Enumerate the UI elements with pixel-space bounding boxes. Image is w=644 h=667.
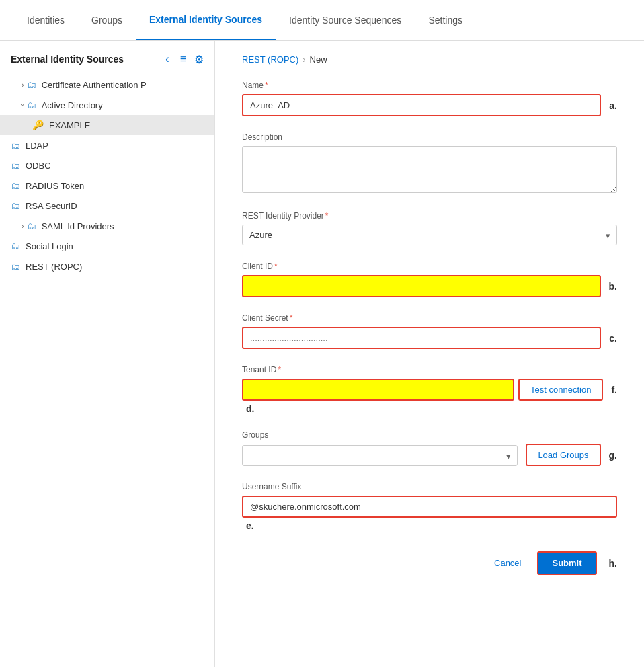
name-required: * [265, 81, 268, 90]
description-field-group: Description [242, 132, 617, 195]
cancel-button[interactable]: Cancel [486, 553, 529, 574]
sidebar-item-odbc[interactable]: 🗂 ODBC [0, 155, 214, 175]
load-groups-group: Load Groups g. [526, 444, 617, 466]
client-secret-required: * [290, 313, 293, 323]
test-connection-group: Test connection f. [518, 379, 617, 401]
groups-select[interactable] [242, 445, 518, 466]
top-nav: Identities Groups External Identity Sour… [0, 0, 644, 40]
test-connection-button[interactable]: Test connection [518, 379, 603, 401]
form-actions: Cancel Submit h. [242, 551, 617, 575]
sidebar-item-saml[interactable]: › 🗂 SAML Id Providers [0, 216, 214, 236]
username-suffix-input-wrap [242, 496, 617, 518]
breadcrumb-current: New [310, 54, 327, 65]
tenant-id-input-wrap [242, 379, 514, 401]
client-id-annotation: b. [609, 281, 617, 292]
client-secret-field-group: Client Secret* c. [242, 313, 617, 349]
username-suffix-annotation: e. [246, 520, 254, 531]
folder-icon-rest: 🗂 [11, 261, 20, 272]
tenant-id-field-group: Tenant ID* Test connection f. d. [242, 365, 617, 414]
username-suffix-input[interactable] [242, 496, 617, 518]
sidebar-item-saml-label: SAML Id Providers [42, 221, 114, 231]
sidebar-item-social-label: Social Login [26, 241, 73, 251]
tenant-id-label: Tenant ID* [242, 365, 617, 375]
description-label: Description [242, 132, 617, 142]
groups-field-group: Groups ▾ Load Groups g. [242, 430, 617, 466]
sidebar-item-cert-auth-label: Certificate Authentication P [42, 80, 147, 90]
client-id-input-wrap [242, 275, 601, 297]
example-icon: 🔑 [32, 120, 44, 130]
tab-groups[interactable]: Groups [78, 0, 136, 40]
tab-identity-source-sequences[interactable]: Identity Source Sequences [276, 0, 415, 40]
sidebar-item-rsa-label: RSA SecurID [26, 201, 77, 211]
load-groups-button[interactable]: Load Groups [526, 444, 600, 466]
submit-annotation: h. [609, 558, 617, 569]
sidebar-item-rest[interactable]: 🗂 REST (ROPC) [0, 256, 214, 276]
sidebar-item-example-label: EXAMPLE [49, 120, 90, 130]
client-id-field-group: Client ID* b. [242, 262, 617, 297]
provider-select-wrap: Azure Okta Custom ▾ [242, 225, 617, 245]
sidebar-item-odbc-label: ODBC [26, 161, 51, 171]
sidebar-item-social[interactable]: 🗂 Social Login [0, 236, 214, 256]
description-textarea[interactable] [242, 146, 617, 193]
tab-external-identity-sources[interactable]: External Identity Sources [136, 0, 276, 40]
sidebar-item-example[interactable]: 🔑 EXAMPLE [0, 115, 214, 135]
sidebar-gear-icon[interactable]: ⚙ [194, 53, 204, 66]
client-secret-input[interactable] [242, 327, 601, 349]
client-id-input[interactable] [242, 275, 601, 297]
main-layout: External Identity Sources ‹ ≡ ⚙ › 🗂 Cert… [0, 41, 644, 667]
client-secret-row: c. [242, 327, 617, 349]
client-id-required: * [274, 262, 278, 271]
submit-button[interactable]: Submit [537, 551, 596, 575]
test-connection-annotation: f. [611, 385, 617, 395]
name-row: a. [242, 94, 617, 116]
tab-settings[interactable]: Settings [415, 0, 476, 40]
folder-icon-saml: 🗂 [27, 221, 36, 231]
sidebar-item-cert-auth[interactable]: › 🗂 Certificate Authentication P [0, 75, 214, 95]
username-suffix-label: Username Suffix [242, 482, 617, 492]
sidebar-back-button[interactable]: ‹ [163, 52, 171, 67]
provider-select[interactable]: Azure Okta Custom [242, 225, 617, 245]
content-area: REST (ROPC) › New Name* a. Description [215, 41, 644, 667]
folder-icon-ad: 🗂 [27, 100, 36, 110]
sidebar-list-button[interactable]: ≡ [177, 52, 189, 67]
username-suffix-row [242, 496, 617, 518]
sidebar-item-active-directory[interactable]: › 🗂 Active Directory [0, 95, 214, 115]
provider-label: REST Identity Provider* [242, 211, 617, 221]
breadcrumb-separator: › [303, 54, 305, 65]
tenant-id-row: Test connection f. [242, 379, 617, 401]
sidebar-item-ldap[interactable]: 🗂 LDAP [0, 135, 214, 155]
folder-icon-social: 🗂 [11, 241, 20, 251]
groups-row: ▾ Load Groups g. [242, 444, 617, 466]
sidebar-item-radius-label: RADIUS Token [26, 181, 84, 191]
folder-icon-ldap: 🗂 [11, 140, 20, 151]
breadcrumb: REST (ROPC) › New [242, 54, 617, 65]
sidebar-controls: ‹ ≡ ⚙ [163, 52, 204, 67]
tab-identities[interactable]: Identities [13, 0, 78, 40]
sidebar-item-radius[interactable]: 🗂 RADIUS Token [0, 175, 214, 196]
load-groups-annotation: g. [609, 450, 617, 461]
name-input[interactable] [242, 94, 601, 116]
folder-icon: 🗂 [27, 79, 36, 90]
sidebar-item-rest-label: REST (ROPC) [26, 262, 82, 272]
expand-icon: › [22, 81, 24, 89]
provider-field-group: REST Identity Provider* Azure Okta Custo… [242, 211, 617, 245]
tenant-id-required: * [278, 365, 281, 375]
client-secret-label: Client Secret* [242, 313, 617, 323]
name-label: Name* [242, 81, 617, 90]
folder-icon-radius: 🗂 [11, 180, 20, 191]
tenant-id-annotation: d. [246, 403, 254, 414]
client-id-label: Client ID* [242, 262, 617, 271]
name-input-wrap [242, 94, 601, 116]
sidebar: External Identity Sources ‹ ≡ ⚙ › 🗂 Cert… [0, 41, 215, 667]
client-secret-annotation: c. [609, 333, 617, 344]
folder-icon-odbc: 🗂 [11, 160, 20, 171]
provider-required: * [325, 211, 329, 221]
sidebar-item-rsa[interactable]: 🗂 RSA SecurID [0, 196, 214, 216]
client-id-row: b. [242, 275, 617, 297]
tenant-id-input[interactable] [242, 379, 514, 401]
client-secret-input-wrap [242, 327, 601, 349]
username-suffix-field-group: Username Suffix e. [242, 482, 617, 531]
breadcrumb-parent[interactable]: REST (ROPC) [242, 54, 298, 65]
groups-label: Groups [242, 430, 617, 440]
folder-icon-rsa: 🗂 [11, 200, 20, 211]
